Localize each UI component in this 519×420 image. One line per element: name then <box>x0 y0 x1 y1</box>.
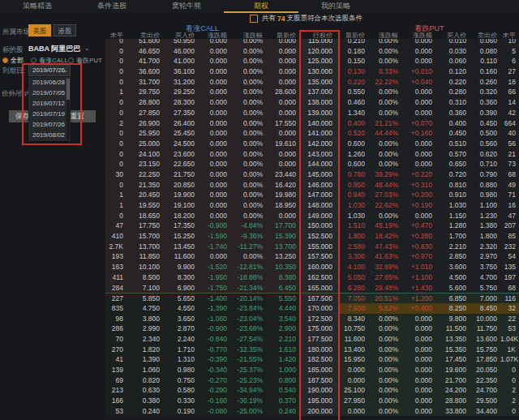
cell: 20.850 <box>163 180 198 191</box>
cell: 177.500 <box>299 334 340 345</box>
tab-stock-screener[interactable]: 条件选股 <box>75 0 149 13</box>
cell: 0.460 <box>340 97 368 108</box>
match-filter-checkbox[interactable] <box>250 15 258 23</box>
option-row-143.000[interactable]: 024.10023.6000.0000.00%0.000143.0001.260… <box>105 149 519 160</box>
cell: 24.500 <box>163 139 198 149</box>
tab-strategy-picks[interactable]: 策略精选 <box>0 0 75 13</box>
option-row-155.000[interactable]: 2.7K13.70013.450-1.740-11.27%13.700155.0… <box>105 242 519 252</box>
cell: 14 <box>500 97 519 108</box>
option-row-146.000[interactable]: 021.35020.8500.0000.00%16.420146.0000.95… <box>105 180 519 191</box>
cell: -0.840 <box>198 334 230 345</box>
tab-options[interactable]: 期权 <box>224 0 298 13</box>
option-row-130.000[interactable]: 036.60036.1000.0000.00%0.000130.0000.130… <box>105 66 519 77</box>
cell: 187.500 <box>299 375 340 386</box>
option-row-182.500[interactable]: 411.3901.310-0.390-21.55%1.420182.50015.… <box>105 354 519 365</box>
underlying-select[interactable]: BABA 阿里巴巴 <box>28 44 80 54</box>
cell: 0.820 <box>127 375 163 386</box>
cell: 24.200 <box>435 385 470 396</box>
option-row-147.000[interactable]: 120.45019.9000.0000.00%19.980147.0000.94… <box>105 190 519 200</box>
cell: 0.00% <box>230 46 266 57</box>
cell: 0.000 <box>401 108 435 118</box>
cell: 0 <box>105 159 127 169</box>
cell: 0.980 <box>163 365 198 375</box>
cell: +1.200 <box>401 293 435 303</box>
option-row-175.000[interactable]: 2862.9902.870-0.900-23.68%2.900175.00010… <box>105 324 519 334</box>
option-row-138.000[interactable]: 028.80028.3000.0000.00%0.000138.0000.460… <box>105 97 519 108</box>
cell: 25.450 <box>163 128 198 139</box>
option-row-125.000[interactable]: 041.70041.0000.0000.00%0.000125.0000.150… <box>105 56 519 66</box>
cell: 270 <box>105 345 127 355</box>
cell: 1.610 <box>266 345 299 355</box>
cell: -0.900 <box>198 324 230 334</box>
cell: +0.400 <box>401 303 435 314</box>
option-row-149.000[interactable]: 018.65018.2000.0000.00%0.000149.0001.030… <box>105 211 519 221</box>
cell: 19.980 <box>266 190 299 200</box>
cell: 17.450 <box>435 354 470 365</box>
option-row-170.000[interactable]: 8354.7504.550-1.390-23.84%4.440170.0007.… <box>105 303 519 314</box>
cell: 0.00% <box>368 345 401 355</box>
option-row-162.500[interactable]: 4118.5008.300-1.950-18.88%8.380162.5005.… <box>105 272 519 283</box>
option-row-115.000[interactable]: 051.60050.9500.0000.00%0.000115.0000.210… <box>105 39 519 46</box>
option-row-180.000[interactable]: 2701.8201.710-0.770-32.35%1.610180.00013… <box>105 345 519 355</box>
cell: 1.710 <box>163 345 198 355</box>
cell: 7.000 <box>470 293 500 303</box>
option-row-187.500[interactable]: 690.8200.750-0.270-25.23%0.800187.5000.0… <box>105 375 519 386</box>
cell: 130.000 <box>299 66 340 77</box>
cell: 5 <box>500 46 519 57</box>
option-row-141.000[interactable]: 025.95025.4500.0000.00%0.000141.0000.520… <box>105 128 519 139</box>
option-row-144.000[interactable]: 023.15022.6500.0000.00%0.000144.0000.600… <box>105 159 519 169</box>
filter-summary: 共有 74 支股票符合本次选股条件 <box>250 14 362 24</box>
cell: 0 <box>105 56 127 66</box>
market-hk-button[interactable]: 港股 <box>54 24 76 36</box>
option-row-167.500[interactable]: 2275.8505.650-1.400-20.14%5.550167.5007.… <box>105 293 519 303</box>
cell: +0.190 <box>401 200 435 211</box>
cell: 8.250 <box>435 303 470 314</box>
cell: 0.000 <box>198 87 230 97</box>
option-row-150.000[interactable]: 4717.75017.350-0.900-4.84%17.700150.0001… <box>105 221 519 231</box>
cell: 7.100 <box>127 283 163 294</box>
tab-my-strategies[interactable]: 我的策略 <box>298 0 373 13</box>
radio-all[interactable]: 全部 <box>2 56 24 65</box>
cell: 0.220 <box>340 77 368 88</box>
option-row-135.000[interactable]: 031.70031.2000.0000.00%0.000135.0000.220… <box>105 77 519 88</box>
cell: 4.550 <box>163 303 198 314</box>
cell: 2.320 <box>470 242 500 252</box>
option-row-152.500[interactable]: 41015.70015.250-1.590-9.36%15.390152.500… <box>105 231 519 242</box>
option-row-200.000[interactable]: 530.2400.190-0.080-25.00%0.240200.0000.0… <box>105 406 519 417</box>
option-row-140.000[interactable]: 226.90026.4000.0000.00%17.550140.0000.40… <box>105 118 519 129</box>
option-row-172.500[interactable]: 983.8003.650-1.060-23.04%3.540172.5008.3… <box>105 314 519 324</box>
option-row-177.500[interactable]: 702.3402.240-0.840-27.54%2.210177.50011.… <box>105 334 519 345</box>
market-us-button[interactable]: 美股 <box>28 24 51 36</box>
option-row-142.000[interactable]: 025.00024.5000.0000.00%19.610142.0000.60… <box>105 139 519 149</box>
option-row-137.000[interactable]: 129.75029.2500.0000.00%28.600137.0000.55… <box>105 87 519 97</box>
chevron-down-icon[interactable]: ⌄ <box>84 45 90 52</box>
option-row-148.000[interactable]: 119.55019.1000.0000.00%18.950148.0001.03… <box>105 200 519 211</box>
cell: 29.48% <box>368 283 401 294</box>
cell: 0 <box>105 211 127 221</box>
cell: 19.610 <box>266 139 299 149</box>
cell: 69 <box>105 375 127 386</box>
option-row-145.000[interactable]: 3022.25021.7500.0000.00%23.440145.0000.7… <box>105 169 519 180</box>
tab-warrants-cbbc[interactable]: 窝轮牛熊 <box>149 0 224 13</box>
cell: 2.340 <box>127 334 163 345</box>
option-row-190.000[interactable]: 2130.6300.580-0.290-34.94%0.540190.00025… <box>105 385 519 396</box>
cell: 0.00% <box>368 211 401 221</box>
cell: 45.19% <box>368 221 401 231</box>
cell: 148.000 <box>299 200 340 211</box>
cell: 24.700 <box>470 385 500 396</box>
column-header: 涨跌幅 <box>368 32 401 39</box>
cell: 0.00% <box>230 139 266 149</box>
option-row-157.500[interactable]: 19311.85011.6000.0000.00%13.250157.5003.… <box>105 251 519 262</box>
option-row-139.000[interactable]: 027.85027.3500.0000.00%0.000139.0001.340… <box>105 108 519 118</box>
option-row-165.000[interactable]: 2847.1006.900-1.750-21.34%6.450165.0006.… <box>105 283 519 294</box>
cell: 0.00% <box>368 149 401 160</box>
option-row-195.000[interactable]: 1660.3800.330-0.160-30.19%0.370195.00027… <box>105 396 519 406</box>
option-row-120.000[interactable]: 046.65046.0000.0000.00%0.000120.0000.180… <box>105 46 519 57</box>
option-row-160.000[interactable]: 16310.1009.900-1.520-12.81%10.350160.000… <box>105 262 519 272</box>
option-row-185.000[interactable]: 1391.0600.980-0.340-25.37%1.000185.0000.… <box>105 365 519 375</box>
cell: 40 <box>500 128 519 139</box>
cell: 0.650 <box>435 159 470 169</box>
cell: 0.210 <box>340 39 368 46</box>
cell: +0.310 <box>401 180 435 191</box>
cell: 0.450 <box>470 118 500 129</box>
